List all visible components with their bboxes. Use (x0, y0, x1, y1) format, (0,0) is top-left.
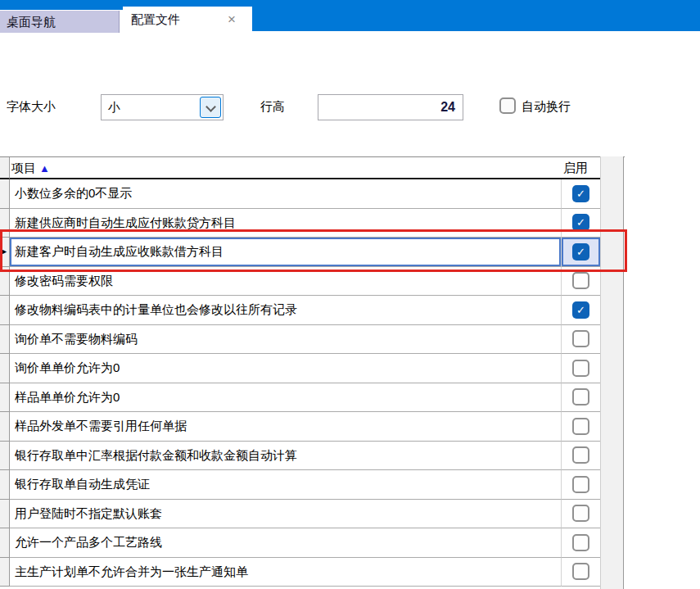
setting-item-cell[interactable]: 银行存取单中汇率根据付款金额和收款金额自动计算 (10, 442, 562, 471)
setting-item-cell[interactable]: 修改物料编码表中的计量单位也会修改以往所有记录 (10, 296, 562, 325)
enabled-checkbox[interactable] (572, 505, 589, 522)
line-height-label: 行高 (260, 99, 285, 115)
enabled-cell: ✓ (562, 209, 600, 238)
enabled-checkbox[interactable]: ✓ (572, 185, 589, 202)
enabled-checkbox[interactable]: ✓ (572, 301, 589, 319)
enabled-cell (562, 470, 600, 500)
enabled-cell (562, 354, 600, 383)
row-selector-cell[interactable] (0, 354, 10, 383)
table-row: 样品外发单不需要引用任何单据 (0, 412, 625, 442)
setting-item-cell[interactable]: 银行存取单自动生成凭证 (10, 470, 562, 500)
tabbar-background (252, 0, 700, 31)
setting-item-cell[interactable]: 允许一个产品多个工艺路线 (10, 528, 562, 558)
enabled-checkbox[interactable] (572, 272, 589, 289)
table-row: 主生产计划单不允许合并为一张生产通知单 (0, 558, 625, 587)
enabled-checkbox[interactable] (572, 476, 589, 493)
enabled-cell (562, 558, 600, 587)
enabled-checkbox[interactable] (572, 446, 589, 464)
enabled-checkbox[interactable] (572, 330, 589, 347)
table-row: 修改密码需要权限 (0, 267, 625, 297)
checkmark-icon: ✓ (576, 301, 585, 319)
enabled-checkbox[interactable]: ✓ (572, 243, 589, 261)
enabled-cell (562, 383, 600, 413)
row-selector-cell[interactable] (0, 558, 10, 587)
table-row: 询价单不需要物料编码 (0, 325, 625, 355)
dropdown-button[interactable] (200, 97, 221, 118)
line-height-input[interactable]: 24 (318, 94, 463, 120)
enabled-checkbox[interactable] (572, 388, 589, 406)
row-selector-header (0, 157, 10, 179)
font-size-selected-value: 小 (108, 95, 120, 120)
setting-item-cell[interactable]: 小数位多余的0不显示 (10, 179, 562, 209)
column-header-item-label: 项目 (11, 161, 36, 174)
current-row-arrow-icon: ► (1, 247, 8, 256)
settings-table: 项目▲ 启用 小数位多余的0不显示 ✓ 新建供应商时自动生成应付账款贷方科目 ✓ (0, 156, 625, 589)
setting-item-label: 用户登陆时不指定默认账套 (15, 506, 162, 520)
enabled-cell (562, 412, 600, 442)
row-selector-cell[interactable] (0, 267, 10, 297)
setting-item-label: 修改物料编码表中的计量单位也会修改以往所有记录 (15, 302, 297, 316)
row-selector-cell[interactable]: ► (0, 238, 10, 267)
table-row: 样品单单价允许为0 (0, 383, 625, 413)
row-selector-cell[interactable] (0, 500, 10, 529)
enabled-checkbox[interactable]: ✓ (572, 214, 589, 231)
row-selector-cell[interactable] (0, 412, 10, 442)
setting-item-label: 询价单单价允许为0 (15, 360, 120, 374)
font-size-select[interactable]: 小 (101, 94, 224, 120)
setting-item-label: 主生产计划单不允许合并为一张生产通知单 (15, 564, 248, 578)
setting-item-label: 银行存取单中汇率根据付款金额和收款金额自动计算 (15, 448, 297, 462)
setting-item-cell[interactable]: 修改密码需要权限 (10, 267, 562, 297)
setting-item-label: 新建供应商时自动生成应付账款贷方科目 (15, 215, 236, 229)
word-wrap-label: 自动换行 (522, 99, 571, 115)
tab-config-file-label: 配置文件 (131, 7, 180, 33)
word-wrap-checkbox[interactable] (499, 97, 516, 114)
enabled-checkbox[interactable] (572, 418, 589, 435)
setting-item-cell[interactable]: 样品单单价允许为0 (10, 383, 562, 413)
setting-item-cell[interactable]: 询价单单价允许为0 (10, 354, 562, 383)
checkmark-icon: ✓ (576, 214, 585, 231)
row-selector-cell[interactable] (0, 442, 10, 471)
enabled-cell (562, 325, 600, 355)
row-selector-cell[interactable] (0, 325, 10, 355)
close-tab-icon[interactable]: × (219, 7, 244, 33)
tab-desktop-navigation[interactable]: 桌面导航 (0, 11, 120, 33)
table-row: 允许一个产品多个工艺路线 (0, 528, 625, 558)
checkmark-icon: ✓ (576, 185, 585, 202)
row-selector-cell[interactable] (0, 528, 10, 558)
setting-item-cell[interactable]: 新建供应商时自动生成应付账款贷方科目 (10, 209, 562, 238)
column-header-item[interactable]: 项目▲ (10, 157, 562, 179)
enabled-checkbox[interactable] (572, 534, 589, 551)
row-selector-cell[interactable] (0, 209, 10, 238)
table-row: ► 新建客户时自动生成应收账款借方科目 ✓ (0, 238, 625, 267)
table-row: 询价单单价允许为0 (0, 354, 625, 383)
setting-item-cell[interactable]: 主生产计划单不允许合并为一张生产通知单 (10, 558, 562, 587)
setting-item-cell[interactable]: 样品外发单不需要引用任何单据 (10, 412, 562, 442)
tab-config-file[interactable]: 配置文件 × (123, 7, 252, 33)
row-selector-cell[interactable] (0, 470, 10, 500)
table-row: 修改物料编码表中的计量单位也会修改以往所有记录 ✓ (0, 296, 625, 325)
setting-item-label: 小数位多余的0不显示 (15, 186, 132, 200)
font-size-label: 字体大小 (7, 99, 56, 115)
enabled-checkbox[interactable] (572, 563, 589, 580)
setting-item-label: 修改密码需要权限 (15, 274, 113, 288)
checkmark-icon: ✓ (576, 243, 585, 261)
row-selector-cell[interactable] (0, 179, 10, 209)
enabled-checkbox[interactable] (572, 360, 589, 377)
setting-item-cell[interactable]: 用户登陆时不指定默认账套 (10, 500, 562, 529)
table-row: 新建供应商时自动生成应付账款贷方科目 ✓ (0, 209, 625, 238)
column-header-enabled[interactable]: 启用 (562, 157, 600, 179)
table-row: 用户登陆时不指定默认账套 (0, 500, 625, 529)
table-row: 银行存取单中汇率根据付款金额和收款金额自动计算 (0, 442, 625, 471)
row-selector-cell[interactable] (0, 296, 10, 325)
setting-item-cell[interactable]: 新建客户时自动生成应收账款借方科目 (10, 238, 562, 267)
setting-item-cell[interactable]: 询价单不需要物料编码 (10, 325, 562, 355)
setting-item-label: 样品外发单不需要引用任何单据 (15, 419, 187, 433)
enabled-cell (562, 500, 600, 529)
table-body: 小数位多余的0不显示 ✓ 新建供应商时自动生成应付账款贷方科目 ✓ ► 新建客户… (0, 179, 625, 587)
table-row: 银行存取单自动生成凭证 (0, 470, 625, 500)
sort-ascending-icon: ▲ (39, 162, 50, 174)
row-selector-cell[interactable] (0, 383, 10, 413)
setting-item-label: 新建客户时自动生成应收账款借方科目 (15, 244, 224, 258)
setting-item-label: 询价单不需要物料编码 (15, 332, 138, 346)
enabled-cell (562, 528, 600, 558)
